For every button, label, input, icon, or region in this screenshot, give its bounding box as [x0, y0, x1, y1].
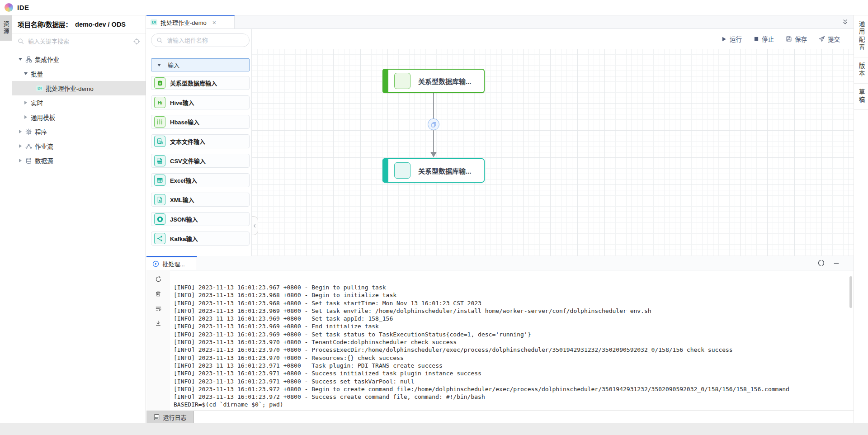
right-rail: 通用配置版本草稿: [854, 15, 868, 423]
explorer-search-input[interactable]: [27, 38, 130, 45]
palette-item-label: XML输入: [170, 195, 194, 204]
tree-item-datasource[interactable]: 数据源: [12, 153, 146, 168]
tree-item-common-template[interactable]: 通用模板: [12, 110, 146, 124]
app-logo-icon: [5, 3, 13, 12]
palette-item-xml-input[interactable]: XML输入: [151, 193, 250, 207]
dag-node-rdb-target[interactable]: 关系型数据库输...: [382, 158, 485, 183]
toolbar-button-label: 提交: [828, 34, 840, 43]
tree-caret-icon[interactable]: [28, 86, 33, 91]
log-output[interactable]: [INFO] 2023-11-13 16:01:23.967 +0800 - B…: [170, 270, 854, 411]
palette-search: [151, 33, 250, 47]
palette-item-csv-file-input[interactable]: CSV CSV文件输入: [151, 154, 250, 168]
toolbar-save-button[interactable]: 保存: [786, 34, 807, 43]
palette-collapse-handle[interactable]: [252, 216, 258, 235]
db-input-icon: [154, 77, 165, 89]
toolbar-run-button[interactable]: 运行: [721, 34, 742, 43]
tree-item-workflow[interactable]: 作业流: [12, 139, 146, 153]
rail-tab-draft[interactable]: 草稿: [854, 84, 868, 110]
tree-item-label: 数据源: [35, 156, 53, 165]
json-icon: [154, 213, 165, 225]
tree-item-label: 批量: [31, 69, 43, 78]
palette-item-json-input[interactable]: JSON输入: [151, 212, 250, 226]
app-title: IDE: [17, 4, 29, 11]
console-tool-clear[interactable]: [155, 291, 161, 297]
toolbar-button-label: 保存: [795, 34, 807, 43]
toolbar-submit-button[interactable]: 提交: [819, 34, 840, 43]
palette-search-input[interactable]: [166, 37, 244, 44]
tree-item-realtime[interactable]: 实时: [12, 95, 146, 110]
tree-caret-icon[interactable]: [23, 100, 28, 105]
tree-caret-icon[interactable]: [18, 129, 23, 134]
palette-item-hbase-input[interactable]: Hbase输入: [151, 115, 250, 129]
explorer-panel: 项目名称/数据层： demo-dev / ODS 集成作业 批量: [12, 15, 146, 423]
rail-tab-general-config[interactable]: 通用配置: [854, 15, 868, 57]
explorer-search: [12, 33, 146, 49]
dag-node-rdb-source[interactable]: 关系型数据库输...: [382, 69, 485, 93]
node-label: 关系型数据库输...: [418, 76, 472, 86]
palette-item-rdb-input[interactable]: 关系型数据库输入: [151, 76, 250, 90]
console-toolbar: [146, 270, 170, 411]
tree-caret-icon[interactable]: [18, 57, 23, 62]
tab-run-log[interactable]: LOG 运行日志: [146, 411, 194, 423]
palette-items: 关系型数据库输入 Hi Hive输入 Hbase输入 文本文件输入 CSV CS…: [151, 76, 250, 246]
tree-caret-icon[interactable]: [23, 115, 28, 120]
locate-icon[interactable]: [133, 38, 140, 45]
save-icon: [786, 36, 792, 42]
console-tabbar: 批处理...: [146, 256, 854, 270]
palette-item-label: Hbase输入: [170, 118, 199, 126]
flow-icon: [25, 143, 32, 150]
dag-grid[interactable]: 关系型数据库输... 关系型数据库输...: [252, 49, 854, 256]
tree-item-batch-job-demo[interactable]: DI 批处理作业-demo: [12, 81, 146, 95]
tree-item-batch[interactable]: 批量: [12, 66, 146, 81]
console-tool-download[interactable]: [155, 320, 161, 326]
tree-item-label: 批处理作业-demo: [46, 84, 94, 93]
resource-tree: 集成作业 批量 DI 批处理作业-demo 实时: [12, 49, 146, 168]
palette-item-text-file-input[interactable]: 文本文件输入: [151, 134, 250, 148]
palette-item-kafka-input[interactable]: Kafka输入: [151, 232, 250, 246]
tab-close-icon[interactable]: ×: [212, 19, 216, 26]
datasource-icon: [25, 157, 32, 164]
search-icon: [156, 37, 163, 43]
kafka-icon: [154, 233, 165, 244]
tree-item-label: 作业流: [35, 142, 53, 151]
console-tool-wrap[interactable]: [155, 305, 162, 312]
palette-item-label: Kafka输入: [170, 234, 198, 243]
console-tab-batch[interactable]: 批处理...: [146, 256, 197, 270]
palette-item-label: 文本文件输入: [170, 137, 205, 146]
log-scrollbar[interactable]: [849, 276, 852, 308]
toolbar-button-label: 运行: [730, 34, 742, 43]
project-layer-value: demo-dev / ODS: [75, 21, 126, 28]
hive-icon: Hi: [154, 97, 165, 108]
rail-tab-version[interactable]: 版本: [854, 57, 868, 84]
palette-item-excel-input[interactable]: Excel输入: [151, 173, 250, 187]
editor-tab-title: 批处理作业-demo: [160, 18, 207, 27]
palette-category-input[interactable]: 输入: [151, 58, 250, 71]
tree-item-integration-jobs[interactable]: 集成作业: [12, 52, 146, 66]
excel-icon: [154, 175, 165, 186]
console-action-loop[interactable]: [818, 260, 825, 266]
tree-caret-icon[interactable]: [23, 71, 28, 76]
editor-tab-batch-job-demo[interactable]: DI 批处理作业-demo ×: [146, 15, 235, 28]
palette-item-label: Excel输入: [170, 176, 197, 184]
node-label: 关系型数据库输...: [418, 166, 472, 175]
toolbar-button-label: 停止: [762, 34, 774, 43]
di-badge: DI: [36, 85, 43, 91]
console-action-minimize[interactable]: [833, 260, 840, 266]
palette-item-label: Hive输入: [170, 98, 194, 107]
play-circle-icon: [152, 260, 159, 267]
palette-item-label: JSON输入: [170, 215, 198, 223]
run-icon: [721, 36, 727, 42]
gear-icon: [25, 128, 32, 135]
tree-item-program[interactable]: 程序: [12, 124, 146, 139]
console-body: [INFO] 2023-11-13 16:01:23.967 +0800 - B…: [146, 270, 854, 411]
tabs-overflow-icon[interactable]: [842, 19, 849, 25]
rail-tab-resources[interactable]: 资源: [0, 15, 12, 41]
console-tool-refresh[interactable]: [155, 276, 162, 283]
explorer-header: 项目名称/数据层： demo-dev / ODS: [12, 15, 146, 33]
svg-text:Hi: Hi: [158, 100, 162, 105]
edge-copy-badge[interactable]: [428, 118, 439, 130]
tree-caret-icon[interactable]: [18, 144, 23, 149]
toolbar-stop-button[interactable]: 停止: [754, 34, 774, 43]
tree-caret-icon[interactable]: [18, 158, 23, 163]
palette-item-hive-input[interactable]: Hi Hive输入: [151, 95, 250, 109]
